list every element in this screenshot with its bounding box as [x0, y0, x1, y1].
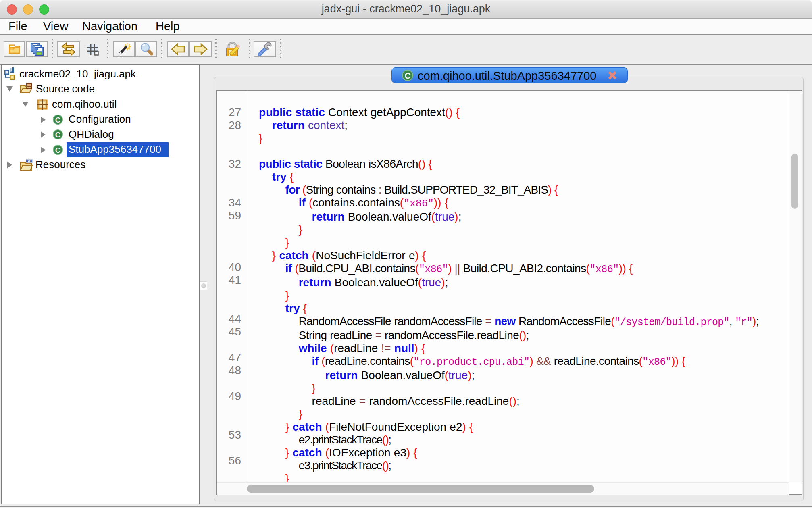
svg-text:C: C: [55, 146, 61, 154]
svg-text:C: C: [404, 71, 410, 80]
svg-text:C: C: [55, 131, 61, 139]
svg-text:010: 010: [26, 159, 32, 163]
svg-text:C: C: [55, 116, 61, 124]
